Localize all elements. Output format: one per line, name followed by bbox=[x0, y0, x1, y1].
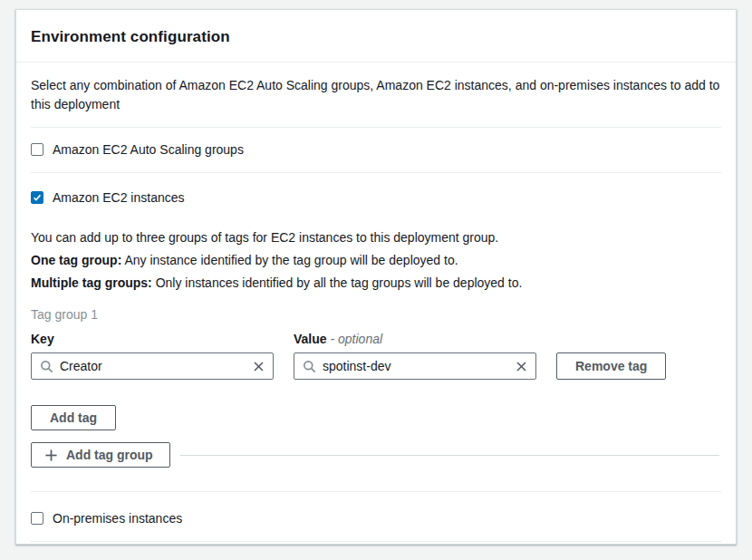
add-tag-group-button[interactable]: Add tag group bbox=[31, 442, 170, 468]
key-input[interactable] bbox=[60, 359, 246, 373]
ec2-checkbox-label: Amazon EC2 instances bbox=[53, 190, 185, 205]
key-field-column: Key bbox=[31, 331, 274, 380]
onprem-checkbox-label: On-premises instances bbox=[53, 511, 182, 526]
check-icon bbox=[32, 192, 43, 203]
value-field-column: Value - optional bbox=[294, 331, 536, 380]
value-label: Value - optional bbox=[294, 331, 536, 347]
add-tag-button[interactable]: Add tag bbox=[31, 405, 116, 430]
asg-checkbox-label: Amazon EC2 Auto Scaling groups bbox=[53, 142, 244, 157]
panel-header: Environment configuration bbox=[16, 10, 736, 63]
add-tag-group-label: Add tag group bbox=[66, 447, 153, 463]
value-optional-hint: - optional bbox=[330, 332, 382, 346]
panel-title: Environment configuration bbox=[31, 28, 721, 46]
tag-help-text: You can add up to three groups of tags f… bbox=[31, 227, 721, 294]
asg-checkbox-row: Amazon EC2 Auto Scaling groups bbox=[31, 128, 721, 172]
onprem-checkbox[interactable] bbox=[31, 512, 43, 525]
value-input[interactable] bbox=[323, 359, 508, 373]
divider bbox=[180, 455, 719, 456]
tag-help-multi-group: Multiple tag groups: Only instances iden… bbox=[31, 272, 721, 294]
remove-tag-button[interactable]: Remove tag bbox=[556, 352, 666, 380]
value-clear-button[interactable] bbox=[515, 360, 528, 373]
tag-group-title: Tag group 1 bbox=[31, 306, 721, 323]
tag-help-intro: You can add up to three groups of tags f… bbox=[31, 227, 721, 249]
asg-checkbox[interactable] bbox=[31, 143, 43, 156]
search-icon bbox=[40, 360, 53, 373]
tag-help-one-group: One tag group: Any instance identified b… bbox=[31, 249, 721, 272]
ec2-checkbox-row: Amazon EC2 instances bbox=[31, 173, 721, 205]
search-icon bbox=[303, 360, 316, 373]
onprem-checkbox-row: On-premises instances bbox=[31, 492, 721, 541]
key-label: Key bbox=[31, 331, 274, 347]
add-tag-group-row: Add tag group bbox=[31, 442, 721, 468]
value-input-container bbox=[294, 352, 536, 380]
environment-configuration-panel: Environment configuration Select any com… bbox=[15, 9, 737, 545]
close-icon bbox=[515, 360, 528, 373]
divider bbox=[31, 541, 721, 542]
ec2-checkbox[interactable] bbox=[31, 191, 43, 204]
key-clear-button[interactable] bbox=[252, 360, 265, 373]
tag-row: Key Value - optional bbox=[31, 331, 721, 380]
close-icon bbox=[252, 360, 265, 373]
plus-icon bbox=[44, 449, 58, 462]
panel-description: Select any combination of Amazon EC2 Aut… bbox=[31, 63, 721, 127]
key-input-container bbox=[31, 352, 274, 380]
